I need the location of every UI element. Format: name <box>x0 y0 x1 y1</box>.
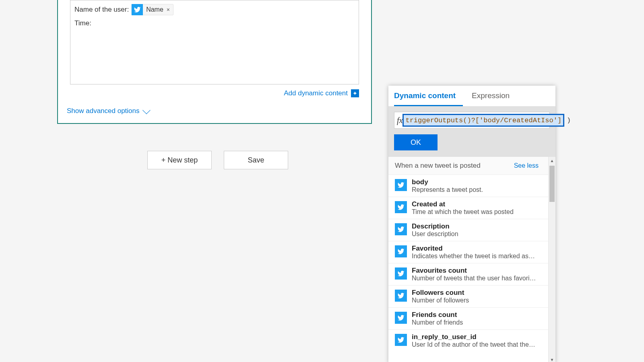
plus-icon: ✦ <box>351 89 359 97</box>
item-description: Number of followers <box>412 297 469 304</box>
ok-button[interactable]: OK <box>394 134 438 150</box>
action-card: Name of the user: Name × Time: Add dynam… <box>57 0 372 124</box>
dynamic-content-item[interactable]: bodyRepresents a tweet post. <box>388 175 555 197</box>
line-label: Time: <box>74 19 91 27</box>
line-label: Name of the user: <box>74 6 129 14</box>
dynamic-content-flyout: Dynamic content Expression fx triggerOut… <box>388 86 555 362</box>
dynamic-content-item[interactable]: Created atTime at which the tweet was po… <box>388 197 555 219</box>
chevron-down-icon <box>142 106 151 114</box>
item-description: Number of friends <box>412 319 463 326</box>
expression-input-row[interactable]: fx triggerOutputs()?['body/CreatedAtIso'… <box>394 112 550 129</box>
scrollbar[interactable]: ▲ ▼ <box>548 157 555 362</box>
twitter-icon <box>395 201 407 213</box>
item-description: User description <box>412 230 458 238</box>
item-title: in_reply_to_user_id <box>412 333 537 341</box>
expression-selection: triggerOutputs()?['body/CreatedAtIso'] <box>402 114 564 127</box>
item-description: User Id of the author of the tweet that … <box>412 341 537 348</box>
twitter-icon <box>395 267 407 280</box>
item-description: Indicates whether the tweet is marked as… <box>412 253 537 260</box>
dynamic-content-item[interactable]: Followers countNumber of followers <box>388 285 555 307</box>
twitter-icon <box>132 4 143 15</box>
dynamic-content-list: When a new tweet is posted See less body… <box>388 157 555 362</box>
dynamic-content-item[interactable]: in_reply_to_user_idUser Id of the author… <box>388 329 555 352</box>
item-title: Friends count <box>412 311 463 319</box>
save-button[interactable]: Save <box>224 151 288 169</box>
section-title: When a new tweet is posted <box>395 162 481 170</box>
twitter-icon <box>395 334 407 346</box>
tab-expression[interactable]: Expression <box>472 86 517 106</box>
item-title: Favourites count <box>412 267 537 275</box>
item-title: Favorited <box>412 245 537 253</box>
expression-area: fx triggerOutputs()?['body/CreatedAtIso'… <box>388 106 555 157</box>
twitter-icon <box>395 290 407 302</box>
section-header: When a new tweet is posted See less <box>388 157 555 175</box>
twitter-icon <box>395 312 407 324</box>
item-title: body <box>412 178 483 186</box>
item-description: Number of tweets that the user has favor… <box>412 275 537 282</box>
expression-input[interactable]: triggerOutputs()?['body/CreatedAtIso'] <box>404 117 563 124</box>
item-title: Followers count <box>412 289 469 297</box>
see-less-link[interactable]: See less <box>514 162 539 169</box>
show-advanced-options-link[interactable]: Show advanced options <box>67 107 150 115</box>
token-remove-icon[interactable]: × <box>167 6 170 13</box>
message-body-field[interactable]: Name of the user: Name × Time: <box>70 0 359 84</box>
item-description: Time at which the tweet was posted <box>412 208 514 216</box>
dynamic-content-item[interactable]: FavoritedIndicates whether the tweet is … <box>388 241 555 263</box>
scroll-thumb[interactable] <box>549 166 555 202</box>
bottom-button-row: + New step Save <box>147 151 288 169</box>
dynamic-content-item[interactable]: Friends countNumber of friends <box>388 307 555 329</box>
dynamic-content-item[interactable]: DescriptionUser description <box>388 219 555 241</box>
dynamic-content-item[interactable]: Favourites countNumber of tweets that th… <box>388 263 555 285</box>
token-label: Name <box>146 6 163 13</box>
item-title: Created at <box>412 200 514 208</box>
item-description: Represents a tweet post. <box>412 186 483 193</box>
dynamic-token-name[interactable]: Name × <box>131 4 173 15</box>
twitter-icon <box>395 179 407 191</box>
scroll-up-icon[interactable]: ▲ <box>549 157 555 164</box>
twitter-icon <box>395 223 407 235</box>
new-step-button[interactable]: + New step <box>147 151 212 169</box>
fx-icon: fx <box>397 116 402 125</box>
tab-dynamic-content[interactable]: Dynamic content <box>394 86 463 106</box>
flyout-tabs: Dynamic content Expression <box>388 86 555 106</box>
item-title: Description <box>412 222 458 230</box>
expression-trailing: ) <box>567 117 572 124</box>
scroll-down-icon[interactable]: ▼ <box>549 356 555 362</box>
twitter-icon <box>395 245 407 257</box>
add-dynamic-content-link[interactable]: Add dynamic content ✦ <box>284 89 359 97</box>
